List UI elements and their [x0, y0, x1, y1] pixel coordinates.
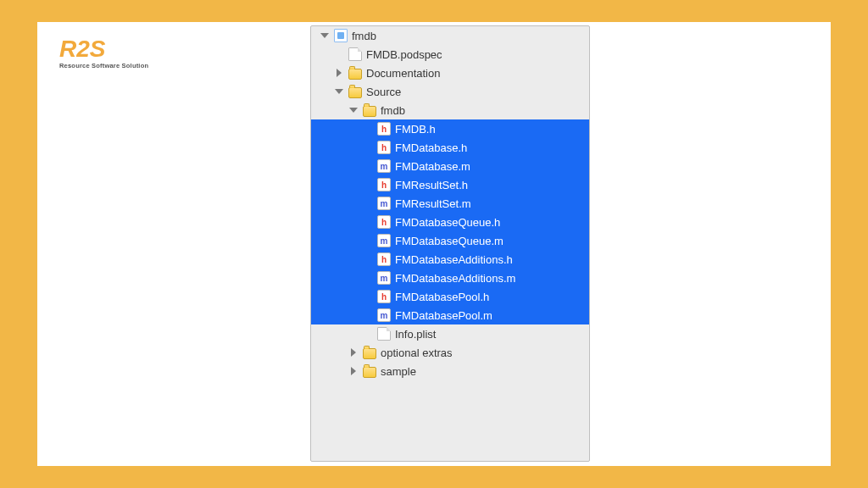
- tree-item-label: FMDatabaseQueue.h: [395, 216, 582, 229]
- tree-row[interactable]: mFMDatabaseAdditions.m: [311, 269, 589, 287]
- tree-row[interactable]: Documentation: [311, 64, 589, 82]
- header-file-icon: h: [377, 215, 391, 229]
- header-file-icon: h: [377, 290, 391, 303]
- folder-icon: [363, 348, 376, 359]
- tree-item-label: fmdb: [381, 104, 582, 117]
- brand-logo: R2S Resource Software Solution: [59, 37, 148, 69]
- tree-row[interactable]: hFMDatabaseQueue.h: [311, 213, 589, 231]
- brand-name: R2S: [59, 36, 105, 62]
- tree-item-label: FMResultSet.m: [395, 197, 582, 210]
- folder-icon: [348, 87, 362, 98]
- tree-item-label: FMDatabaseAdditions.m: [395, 272, 582, 285]
- tree-row[interactable]: Source: [311, 82, 589, 101]
- impl-file-icon: m: [377, 271, 391, 285]
- header-file-icon: h: [377, 252, 391, 266]
- brand-tagline: Resource Software Solution: [59, 63, 148, 69]
- tree-row[interactable]: mFMResultSet.m: [311, 194, 589, 213]
- tree-row[interactable]: FMDB.podspec: [311, 45, 589, 64]
- tree-row-root[interactable]: fmdb: [311, 26, 589, 45]
- tree-row[interactable]: sample: [311, 362, 589, 380]
- tree-item-label: Source: [366, 86, 582, 98]
- tree-item-label: fmdb: [352, 30, 582, 42]
- folder-icon: [348, 69, 362, 80]
- disclosure-triangle-icon[interactable]: [335, 89, 343, 94]
- tree-row[interactable]: mFMDatabase.m: [311, 157, 589, 175]
- tree-item-label: FMDB.h: [395, 123, 582, 136]
- header-file-icon: h: [377, 122, 391, 136]
- impl-file-icon: m: [377, 308, 391, 322]
- outer-frame: R2S Resource Software Solution fmdb FMDB…: [0, 0, 868, 488]
- tree-row[interactable]: optional extras: [311, 343, 589, 362]
- header-file-icon: h: [377, 141, 391, 154]
- content-panel: R2S Resource Software Solution fmdb FMDB…: [37, 22, 831, 466]
- tree-item-label: FMResultSet.h: [395, 179, 582, 191]
- tree-item-label: FMDatabaseQueue.m: [395, 235, 582, 247]
- tree-row[interactable]: fmdb: [311, 101, 589, 119]
- tree-row[interactable]: Info.plist: [311, 324, 589, 343]
- impl-file-icon: m: [377, 234, 391, 247]
- file-icon: [348, 47, 362, 61]
- tree-row[interactable]: hFMDatabaseAdditions.h: [311, 250, 589, 269]
- tree-item-label: Documentation: [366, 67, 582, 80]
- impl-file-icon: m: [377, 197, 391, 210]
- tree-item-label: FMDatabase.h: [395, 141, 582, 154]
- tree-item-label: FMDatabaseAdditions.h: [395, 253, 582, 266]
- disclosure-triangle-icon[interactable]: [351, 367, 356, 375]
- tree-item-label: FMDatabase.m: [395, 160, 582, 173]
- tree-row[interactable]: mFMDatabasePool.m: [311, 306, 589, 324]
- tree-item-label: FMDatabasePool.m: [395, 309, 582, 322]
- folder-icon: [363, 367, 376, 378]
- tree-row[interactable]: hFMResultSet.h: [311, 175, 589, 194]
- disclosure-triangle-icon[interactable]: [320, 33, 329, 38]
- project-navigator[interactable]: fmdb FMDB.podspecDocumentationSourcefmdb…: [310, 25, 590, 462]
- tree-row[interactable]: hFMDatabasePool.h: [311, 287, 589, 306]
- tree-item-label: FMDatabasePool.h: [395, 291, 582, 303]
- folder-icon: [363, 106, 376, 117]
- disclosure-triangle-icon[interactable]: [351, 348, 356, 357]
- disclosure-triangle-icon[interactable]: [337, 69, 342, 77]
- tree-item-label: optional extras: [381, 347, 582, 359]
- project-icon: [334, 29, 348, 42]
- tree-item-label: Info.plist: [395, 328, 582, 341]
- tree-item-label: FMDB.podspec: [366, 48, 582, 61]
- tree-row[interactable]: hFMDatabase.h: [311, 138, 589, 157]
- tree-row[interactable]: hFMDB.h: [311, 119, 589, 138]
- disclosure-triangle-icon[interactable]: [349, 108, 358, 113]
- tree-item-label: sample: [381, 365, 582, 378]
- header-file-icon: h: [377, 178, 391, 191]
- impl-file-icon: m: [377, 159, 391, 173]
- file-icon: [377, 327, 391, 341]
- tree-row[interactable]: mFMDatabaseQueue.m: [311, 231, 589, 250]
